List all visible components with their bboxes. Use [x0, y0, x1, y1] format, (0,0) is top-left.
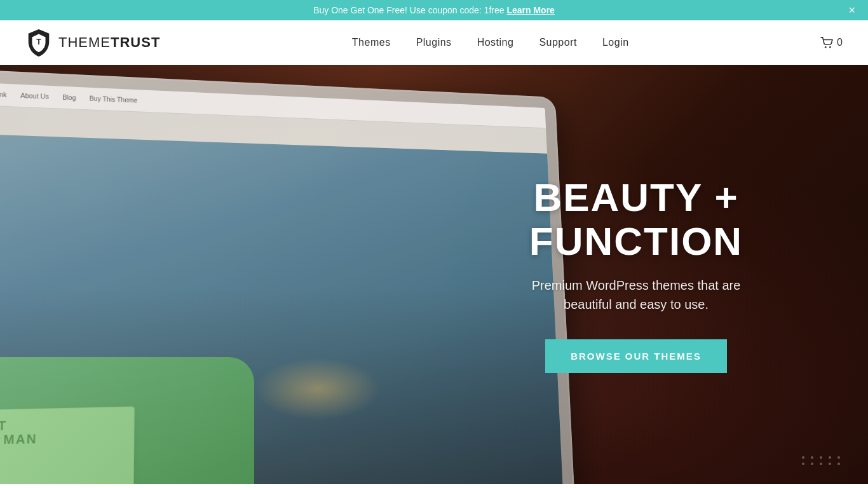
- cart-area[interactable]: 0: [820, 37, 843, 48]
- dot: [811, 456, 813, 459]
- main-nav: Themes Plugins Hosting Support Login: [352, 37, 629, 48]
- dot: [820, 456, 822, 459]
- tablet-nav-blog: Blog: [62, 93, 76, 103]
- hero-subtitle-line2: beautiful and easy to use.: [564, 297, 709, 311]
- logo-text-bold: TRUST: [111, 34, 160, 50]
- tablet-nav-about: About Us: [20, 91, 49, 102]
- browse-themes-button[interactable]: BROWSE OUR THEMES: [545, 339, 727, 373]
- announcement-bar: Buy One Get One Free! Use coupon code: 1…: [0, 0, 868, 20]
- logo-text: THEMETRUST: [58, 34, 160, 51]
- nav-themes[interactable]: Themes: [352, 37, 391, 48]
- nav-plugins[interactable]: Plugins: [416, 37, 452, 48]
- nav-support[interactable]: Support: [539, 37, 577, 48]
- light-flare: [254, 357, 381, 421]
- hero-green-accent: [0, 357, 254, 484]
- dot: [829, 463, 831, 465]
- logo-shield-icon: T: [25, 28, 52, 57]
- svg-text:T: T: [36, 37, 41, 46]
- dot: [837, 463, 840, 465]
- announcement-close-button[interactable]: ×: [848, 4, 855, 16]
- nav-hosting[interactable]: Hosting: [477, 37, 514, 48]
- cart-count: 0: [837, 37, 843, 48]
- hero-subtitle-line1: Premium WordPress themes that are: [532, 278, 741, 292]
- dot: [802, 463, 804, 465]
- dots-decoration: [802, 456, 843, 465]
- tablet-nav-buy: Buy This Theme: [89, 94, 137, 105]
- header: T THEMETRUST Themes Plugins Hosting Supp…: [0, 20, 868, 65]
- dot: [811, 463, 813, 465]
- hero-content: BEAUTY + FUNCTION Premium WordPress them…: [455, 176, 868, 372]
- logo-text-regular: THEME: [58, 34, 111, 50]
- hero-subtitle: Premium WordPress themes that are beauti…: [455, 276, 817, 314]
- dot: [820, 463, 822, 465]
- dot: [837, 456, 840, 459]
- svg-point-1: [825, 46, 827, 48]
- announcement-link[interactable]: Learn More: [506, 5, 554, 15]
- dot: [802, 456, 804, 459]
- logo-link[interactable]: T THEMETRUST: [25, 28, 160, 57]
- tablet-plus-button: +: [593, 484, 615, 484]
- hero-section: Portfolio Ink About Us Blog Buy This The…: [0, 65, 868, 484]
- hero-title: BEAUTY + FUNCTION: [455, 176, 817, 262]
- svg-point-2: [829, 46, 831, 48]
- cart-icon: [820, 37, 833, 48]
- tablet-nav-ink: Ink: [0, 90, 7, 100]
- dot: [829, 456, 831, 459]
- announcement-text: Buy One Get One Free! Use coupon code: 1…: [313, 5, 506, 15]
- nav-login[interactable]: Login: [602, 37, 629, 48]
